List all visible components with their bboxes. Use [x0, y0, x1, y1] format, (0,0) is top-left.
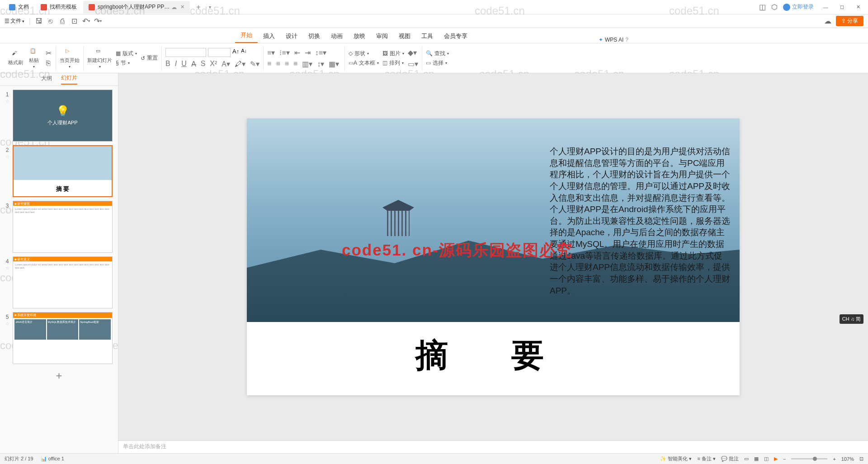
line-spacing-icon[interactable]: ↕≡▾	[315, 48, 326, 57]
view-sorter-icon[interactable]: ▦	[754, 456, 759, 462]
view-slideshow-icon[interactable]: ▶	[774, 456, 778, 462]
strikethrough-icon[interactable]: A̶	[191, 60, 196, 68]
tab-slides[interactable]: 幻灯片	[61, 74, 77, 85]
tab-docs[interactable]: 文档	[4, 1, 34, 14]
zoom-slider[interactable]	[791, 458, 827, 459]
outline-icon[interactable]: ▭▾	[408, 60, 418, 68]
preview-icon[interactable]: ⊡	[71, 18, 78, 25]
new-tab-button[interactable]: +	[191, 1, 206, 14]
shape-button[interactable]: ◇形状▾	[349, 50, 379, 57]
copy-icon[interactable]: ⎘	[45, 60, 52, 67]
align-text-icon[interactable]: ▦▾	[329, 60, 339, 68]
menu-review[interactable]: 审阅	[371, 29, 393, 43]
menu-button[interactable]: ☰ 文件 ▾	[5, 17, 24, 25]
align-left-icon[interactable]: ≡	[267, 60, 271, 68]
view-reading-icon[interactable]: ◫	[764, 456, 769, 462]
italic-icon[interactable]: I	[175, 60, 177, 68]
menu-slideshow[interactable]: 放映	[348, 29, 371, 43]
tab-outline[interactable]: 大纲	[41, 75, 52, 84]
tab-current[interactable]: springboot个人理财APP PP… ☁ ✕	[83, 1, 190, 14]
picture-button[interactable]: 🖼图片▾	[382, 50, 404, 57]
tab-menu-icon[interactable]: ▾	[209, 5, 211, 9]
cut-icon[interactable]: ✂	[45, 50, 52, 57]
section-button[interactable]: §节▾	[116, 59, 137, 67]
zoom-value[interactable]: 107%	[841, 456, 854, 462]
new-slide-button[interactable]: ▭新建幻灯片▾	[87, 48, 112, 69]
minimize-button[interactable]: —	[819, 3, 832, 12]
menu-member[interactable]: 会员专享	[439, 29, 473, 43]
print-icon[interactable]: ⎙	[59, 18, 66, 25]
paste-button[interactable]: 📋粘贴▾	[27, 48, 41, 69]
menu-start[interactable]: 开始	[235, 28, 258, 43]
increase-font-icon[interactable]: A↑	[232, 48, 239, 57]
superscript-icon[interactable]: X²	[210, 60, 217, 68]
slide-title[interactable]: 摘 要	[247, 334, 740, 377]
decrease-font-icon[interactable]: A↓	[241, 48, 247, 57]
highlight-icon[interactable]: 🖍▾	[235, 60, 245, 68]
thumbnail-4[interactable]: ■ 研究意义 Lorem ipsum dolor sit amet text t…	[13, 256, 113, 308]
numbering-icon[interactable]: ⁝≡▾	[279, 48, 289, 57]
thumbnail-5[interactable]: ■ 系统开发环境 JAVA语言简介 MySQL数据库技术简介 SpringBoo…	[13, 312, 113, 364]
font-family-select[interactable]	[165, 48, 206, 57]
bullets-icon[interactable]: ≡▾	[267, 48, 275, 57]
bold-icon[interactable]: B	[165, 60, 170, 68]
add-slide-button[interactable]: +	[2, 368, 116, 384]
columns-icon[interactable]: ▥▾	[302, 60, 312, 68]
export-icon[interactable]: ⎋	[47, 18, 54, 25]
align-center-icon[interactable]: ≡	[276, 60, 280, 68]
menu-view[interactable]: 视图	[393, 29, 416, 43]
menu-transition[interactable]: 切换	[303, 29, 326, 43]
beautify-button[interactable]: ✨ 智能美化 ▾	[660, 455, 692, 462]
clear-format-icon[interactable]: ✎▾	[250, 60, 259, 68]
maximize-button[interactable]: ◻	[835, 3, 848, 12]
align-right-icon[interactable]: ≡	[285, 60, 289, 68]
view-normal-icon[interactable]: ▭	[744, 456, 749, 462]
layout-button[interactable]: ▦版式▾	[116, 50, 137, 57]
current-slide[interactable]: 个人理财APP设计的目的是为用户提供对活动信息和提醒信息管理等方面的平台。与PC…	[247, 118, 740, 395]
redo-icon[interactable]: ↷▾	[94, 18, 101, 25]
slide-body-text[interactable]: 个人理财APP设计的目的是为用户提供对活动信息和提醒信息管理等方面的平台。与PC…	[550, 146, 731, 296]
fit-icon[interactable]: ⊡	[859, 456, 863, 462]
arrange-button[interactable]: ◫排列▾	[382, 59, 404, 67]
font-color-icon[interactable]: A▾	[222, 60, 230, 68]
menu-insert[interactable]: 插入	[258, 29, 280, 43]
save-icon[interactable]: 🖫	[35, 18, 42, 25]
reset-button[interactable]: ↺重置	[141, 54, 158, 62]
thumbnail-1[interactable]: 💡 个人理财APP	[13, 90, 113, 142]
underline-icon[interactable]: U	[181, 60, 187, 68]
cloud-sync-icon[interactable]: ☁	[824, 18, 831, 25]
comments-toggle[interactable]: 💬 批注	[721, 455, 739, 462]
share-button[interactable]: ⇪ 分享	[836, 16, 863, 26]
thumbnail-2[interactable]: 摘 要	[13, 145, 113, 197]
thumbnails-panel[interactable]: 1☆ 💡 个人理财APP 2☆ 摘 要 3☆ ■ 研究背景 Lorem ipsu…	[0, 86, 118, 453]
menu-animation[interactable]: 动画	[326, 29, 348, 43]
find-button[interactable]: 🔍查找▾	[426, 50, 449, 57]
fill-icon[interactable]: ◆▾	[408, 48, 418, 57]
zoom-out-icon[interactable]: −	[783, 456, 786, 462]
format-painter-button[interactable]: 🖌格式刷	[8, 50, 23, 66]
close-icon[interactable]: ✕	[180, 4, 184, 10]
tab-daoke[interactable]: 找稻壳模板	[35, 1, 82, 14]
menu-design[interactable]: 设计	[280, 29, 303, 43]
text-direction-icon[interactable]: ↕▾	[317, 60, 324, 68]
select-button[interactable]: ▭选择▾	[426, 59, 449, 67]
from-current-button[interactable]: ▷当页开始▾	[60, 48, 80, 69]
notes-pane[interactable]: 单击此处添加备注	[118, 440, 868, 453]
indent-inc-icon[interactable]: ⇥	[305, 48, 311, 57]
cube-icon[interactable]: ⬡	[771, 3, 778, 11]
wps-ai-button[interactable]: ✦ WPS AI ?	[599, 37, 628, 43]
undo-icon[interactable]: ↶▾	[82, 18, 90, 25]
thumbnail-3[interactable]: ■ 研究背景 Lorem ipsum dolor sit amet text t…	[13, 201, 113, 253]
login-button[interactable]: 立即登录	[783, 3, 814, 11]
font-size-select[interactable]	[208, 48, 231, 57]
menu-tools[interactable]: 工具	[416, 29, 439, 43]
textbox-button[interactable]: ▭A文本框▾	[349, 59, 379, 67]
indent-dec-icon[interactable]: ⇤	[294, 48, 300, 57]
slide-canvas[interactable]: 个人理财APP设计的目的是为用户提供对活动信息和提醒信息管理等方面的平台。与PC…	[118, 73, 868, 440]
zoom-in-icon[interactable]: +	[833, 456, 835, 462]
close-button[interactable]: ✕	[852, 3, 864, 12]
notes-toggle[interactable]: ≡ 备注 ▾	[697, 455, 716, 462]
window-icon[interactable]: ◫	[759, 3, 766, 11]
align-justify-icon[interactable]: ≡	[293, 60, 297, 68]
shadow-icon[interactable]: S	[201, 60, 206, 68]
